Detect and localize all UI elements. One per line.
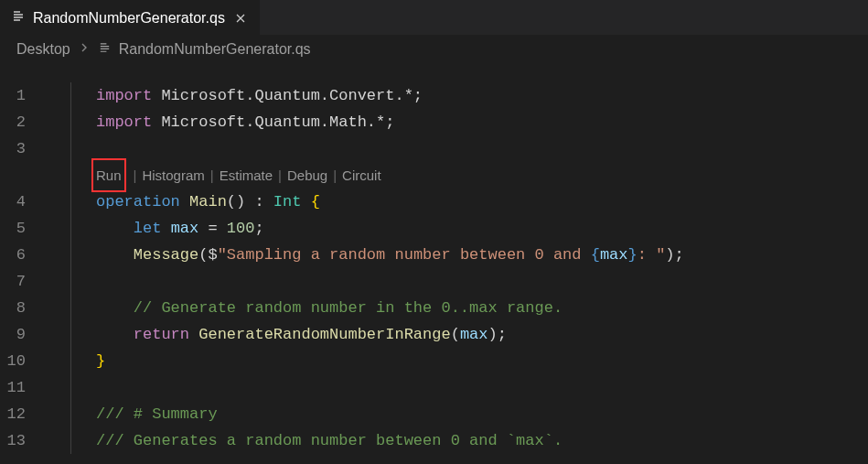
codelens-estimate[interactable]: Estimate — [220, 162, 273, 189]
breadcrumb-file[interactable]: RandomNumberGenerator.qs — [119, 41, 311, 58]
code-line[interactable] — [46, 135, 868, 162]
code-line[interactable]: /// Generates a random number between 0 … — [46, 427, 868, 454]
line-number: 8 — [0, 295, 26, 321]
line-number — [0, 162, 26, 189]
line-number: 6 — [0, 242, 26, 268]
code-line[interactable]: operation Main() : Int { — [46, 189, 868, 215]
code-line[interactable]: import Microsoft.Quantum.Math.*; — [46, 109, 868, 135]
code-line[interactable] — [46, 374, 868, 401]
codelens: Run | Histogram | Estimate | Debug | Cir… — [46, 162, 868, 189]
code-line[interactable]: // Generate random number in the 0..max … — [46, 295, 868, 321]
file-icon — [11, 9, 26, 27]
line-number: 2 — [0, 109, 26, 135]
code-line[interactable]: return GenerateRandomNumberInRange(max); — [46, 321, 868, 348]
tab-filename: RandomNumberGenerator.qs — [33, 10, 225, 27]
line-number: 11 — [0, 374, 26, 401]
codelens-circuit[interactable]: Circuit — [342, 162, 381, 189]
code-line[interactable]: let max = 100; — [46, 215, 868, 242]
line-number: 13 — [0, 427, 26, 454]
codelens-debug[interactable]: Debug — [287, 162, 327, 189]
breadcrumb[interactable]: Desktop RandomNumberGenerator.qs — [0, 35, 868, 64]
line-number: 7 — [0, 268, 26, 295]
line-number: 3 — [0, 135, 26, 162]
line-number: 9 — [0, 321, 26, 348]
indent-guide — [70, 82, 71, 454]
code-content[interactable]: import Microsoft.Quantum.Convert.*; impo… — [46, 82, 868, 454]
chevron-right-icon — [78, 41, 91, 58]
file-icon — [98, 41, 112, 58]
line-number: 5 — [0, 215, 26, 242]
editor[interactable]: 1 2 3 4 5 6 7 8 9 10 11 12 13 import Mic… — [0, 64, 868, 454]
breadcrumb-root[interactable]: Desktop — [16, 41, 70, 58]
close-icon[interactable] — [232, 10, 249, 27]
highlight-annotation: Run — [91, 158, 126, 192]
line-number: 12 — [0, 401, 26, 427]
code-line[interactable]: import Microsoft.Quantum.Convert.*; — [46, 82, 868, 109]
code-line[interactable]: } — [46, 348, 868, 374]
code-line[interactable]: Message($"Sampling a random number betwe… — [46, 242, 868, 268]
code-line[interactable]: /// # Summary — [46, 401, 868, 427]
line-number: 4 — [0, 189, 26, 215]
line-number: 1 — [0, 82, 26, 109]
code-line[interactable] — [46, 268, 868, 295]
tab-bar: RandomNumberGenerator.qs — [0, 0, 868, 35]
codelens-run[interactable]: Run — [96, 167, 122, 183]
line-number: 10 — [0, 348, 26, 374]
line-number-gutter: 1 2 3 4 5 6 7 8 9 10 11 12 13 — [0, 82, 46, 454]
tab-active[interactable]: RandomNumberGenerator.qs — [0, 0, 260, 35]
codelens-histogram[interactable]: Histogram — [142, 162, 204, 189]
